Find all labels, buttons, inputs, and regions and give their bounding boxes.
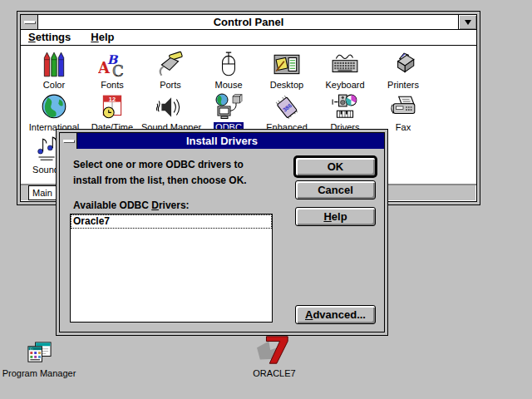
system-menu-icon: [24, 21, 35, 23]
cpl-icon-keyboard[interactable]: Keyboard: [316, 51, 374, 90]
menu-settings[interactable]: Settings: [28, 30, 71, 45]
dialog-title: Install Drivers: [60, 133, 384, 149]
cpl-icon-drivers[interactable]: Drivers: [316, 93, 374, 132]
advanced-button[interactable]: Advanced...: [295, 305, 376, 324]
ok-button[interactable]: OK: [295, 157, 376, 176]
system-menu-icon: [63, 140, 74, 142]
oracle7-icon: [250, 333, 298, 367]
sound-mapper-icon: [156, 93, 185, 121]
help-button[interactable]: Help: [295, 207, 376, 226]
dialog-body: Select one or more ODBC drivers to insta…: [60, 149, 384, 332]
dialog-titlebar[interactable]: Install Drivers: [60, 133, 384, 149]
program-manager-icon-group[interactable]: C: Program Manager: [1, 341, 77, 378]
cpl-icon-color[interactable]: Color: [25, 51, 83, 90]
list-item-oracle7[interactable]: Oracle7: [71, 214, 272, 229]
ports-icon: [156, 51, 185, 79]
svg-text:C: C: [112, 62, 124, 79]
oracle7-icon-group[interactable]: ORACLE7: [239, 333, 309, 378]
cpl-icon-mouse[interactable]: Mouse: [200, 51, 258, 90]
control-panel-titlebar[interactable]: Control Panel: [21, 15, 476, 30]
desktop-icon: [273, 51, 301, 79]
program-manager-icon: C:: [27, 341, 52, 367]
fonts-icon: A B C: [98, 51, 126, 79]
drivers-icon: [331, 93, 359, 121]
minimize-button[interactable]: [458, 15, 476, 29]
dialog-instruction: Select one or more ODBC drivers to insta…: [73, 157, 247, 189]
desktop: Control Panel Settings Help: [0, 0, 532, 399]
cancel-button[interactable]: Cancel: [295, 180, 376, 200]
odbc-drivers-listbox[interactable]: Oracle7: [70, 214, 273, 323]
oracle7-label: ORACLE7: [239, 368, 309, 378]
svg-text:C:: C:: [29, 347, 32, 351]
color-icon: [40, 51, 68, 79]
cpl-icon-fonts[interactable]: A B C Fonts: [83, 51, 141, 90]
cpl-icon-desktop[interactable]: Desktop: [258, 51, 316, 90]
odbc-icon: [214, 93, 243, 121]
cpl-icon-ports[interactable]: Ports: [141, 51, 200, 90]
system-menu-button[interactable]: [21, 15, 38, 29]
international-icon: [40, 93, 68, 121]
enhanced-icon: 386: [273, 93, 301, 121]
cpl-icon-international[interactable]: International: [25, 93, 83, 132]
datetime-icon: 12: [98, 93, 126, 121]
cpl-icon-enhanced[interactable]: 386 Enhanced: [258, 93, 316, 132]
cpl-icon-printers[interactable]: Printers: [374, 51, 432, 90]
printers-icon: [389, 51, 417, 79]
program-manager-label: Program Manager: [1, 368, 77, 378]
window-title: Control Panel: [21, 15, 476, 29]
cpl-icon-fax[interactable]: Fax: [374, 93, 432, 132]
keyboard-icon: [331, 51, 359, 79]
available-drivers-label: Available ODBC Drivers:: [73, 200, 190, 211]
menu-help[interactable]: Help: [91, 30, 114, 45]
install-drivers-dialog: Install Drivers Select one or more ODBC …: [56, 129, 388, 336]
fax-icon: [389, 93, 417, 121]
menu-bar: Settings Help: [21, 30, 476, 46]
dialog-system-menu-button[interactable]: [60, 133, 77, 149]
arrow-down-icon: [465, 20, 471, 25]
cpl-icon-sound-mapper[interactable]: Sound Mapper: [141, 93, 200, 132]
mouse-icon: [214, 51, 243, 79]
cpl-icon-odbc[interactable]: ODBC: [200, 93, 258, 132]
cpl-icon-datetime[interactable]: 12 Date/Time: [83, 93, 141, 132]
